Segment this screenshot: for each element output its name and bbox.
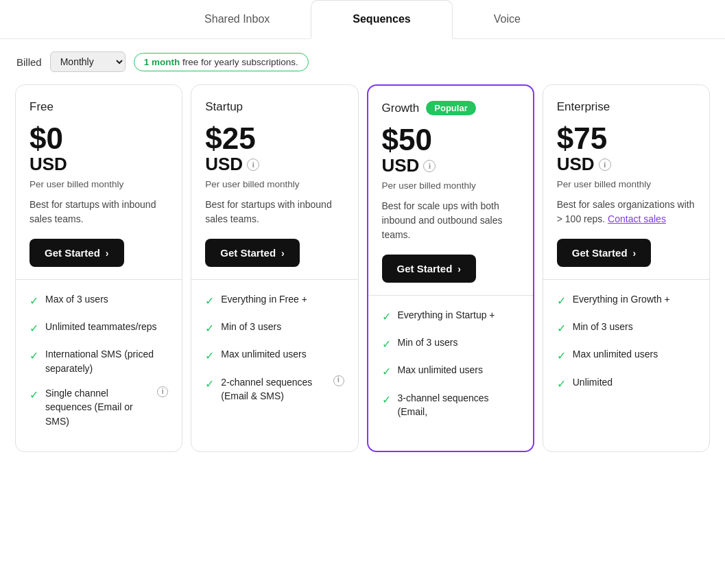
get-started-growth[interactable]: Get Started › [382,255,477,283]
get-started-free[interactable]: Get Started › [29,239,124,267]
yearly-promo-highlight: 1 month [144,57,180,67]
yearly-promo-text: free for yearly subscriptions. [180,57,298,67]
check-icon: ✓ [29,293,38,309]
plan-name-row-startup: Startup [205,100,344,114]
plan-price-unit-growth: USD i [382,155,519,176]
feature-free-2: ✓ Unlimited teammates/reps [29,320,168,336]
plan-price-free: $0 [29,124,168,154]
get-started-startup[interactable]: Get Started › [205,239,300,267]
plan-price-enterprise: $75 [557,124,696,154]
plan-price-unit-enterprise: USD i [557,154,696,175]
feature-growth-3: ✓ Max unlimited users [382,363,519,379]
plan-name-growth: Growth [382,102,420,115]
feature-startup-3: ✓ Max unlimited users [205,347,344,364]
check-icon: ✓ [382,364,391,379]
check-icon: ✓ [557,320,566,336]
check-icon: ✓ [557,376,566,392]
feature-free-1: ✓ Max of 3 users [29,292,168,309]
plan-price-unit-free: USD [29,154,168,175]
get-started-enterprise[interactable]: Get Started › [557,239,652,267]
billing-label: Billed [16,56,42,68]
plan-name-row-free: Free [29,100,168,114]
feature-free-3: ✓ International SMS (priced separately) [29,347,168,375]
feature-startup-1: ✓ Everything in Free + [205,292,344,309]
plan-name-row-enterprise: Enterprise [557,100,696,114]
popular-badge: Popular [426,101,475,115]
plan-card-growth: Growth Popular $50 USD i Per user billed… [367,84,534,452]
plan-description-enterprise: Best for sales organizations with > 100 … [557,198,696,226]
check-icon: ✓ [205,348,214,364]
plan-card-startup: Startup $25 USD i Per user billed monthl… [191,84,358,452]
check-icon: ✓ [205,320,214,336]
plan-billing-period-free: Per user billed monthly [29,179,168,189]
plan-header-growth: Growth Popular $50 USD i Per user billed… [368,86,533,295]
plan-billing-period-startup: Per user billed monthly [205,179,344,189]
plan-name-free: Free [29,100,54,114]
feature-growth-1: ✓ Everything in Startup + [382,308,519,325]
plan-description-growth: Best for scale ups with both inbound and… [382,199,519,242]
feature-startup-4: ✓ 2-channel sequences (Email & SMS) i [205,375,344,403]
billing-period-select[interactable]: Monthly Yearly [50,51,126,72]
feature-growth-4: ✓ 3-channel sequences (Email, [382,391,519,419]
plan-card-free: Free $0 USD Per user billed monthly Best… [15,84,182,452]
check-icon: ✓ [382,309,391,325]
plan-price-startup: $25 [205,124,344,154]
plan-price-growth: $50 [382,125,519,155]
check-icon: ✓ [557,348,566,364]
plan-name-enterprise: Enterprise [557,100,610,114]
plan-card-enterprise: Enterprise $75 USD i Per user billed mon… [543,84,710,452]
feature-enterprise-4: ✓ Unlimited [557,375,696,392]
price-info-icon-growth[interactable]: i [423,160,436,172]
check-icon: ✓ [382,336,391,352]
plan-name-startup: Startup [205,100,243,114]
plan-billing-period-enterprise: Per user billed monthly [557,179,696,189]
top-navigation: Shared Inbox Sequences Voice [0,0,725,39]
plan-features-startup: ✓ Everything in Free + ✓ Min of 3 users … [191,280,357,451]
plan-description-free: Best for startups with inbound sales tea… [29,198,168,226]
plans-grid: Free $0 USD Per user billed monthly Best… [0,84,725,463]
check-icon: ✓ [557,293,566,309]
arrow-icon-free: › [106,248,109,259]
tab-voice[interactable]: Voice [453,1,562,38]
billing-row: Billed Monthly Yearly 1 month free for y… [0,39,725,84]
plan-header-startup: Startup $25 USD i Per user billed monthl… [191,85,357,279]
check-icon: ✓ [205,293,214,309]
check-icon: ✓ [29,348,38,364]
arrow-icon-enterprise: › [633,248,637,259]
feature-growth-2: ✓ Min of 3 users [382,336,519,352]
feature-startup-2: ✓ Min of 3 users [205,320,344,336]
plan-header-free: Free $0 USD Per user billed monthly Best… [16,85,182,279]
contact-sales-link[interactable]: Contact sales [608,213,666,224]
price-info-icon-startup[interactable]: i [247,158,259,171]
arrow-icon-growth: › [457,263,461,274]
feature-enterprise-3: ✓ Max unlimited users [557,347,696,364]
feature-info-icon-startup[interactable]: i [333,375,344,386]
plan-features-growth: ✓ Everything in Startup + ✓ Min of 3 use… [368,296,533,451]
check-icon: ✓ [382,392,391,408]
check-icon: ✓ [29,387,38,403]
feature-free-4: ✓ Single channel sequences (Email or SMS… [29,386,168,428]
plan-price-unit-startup: USD i [205,154,344,175]
tab-sequences[interactable]: Sequences [311,0,452,39]
check-icon: ✓ [29,320,38,336]
feature-enterprise-1: ✓ Everything in Growth + [557,292,696,309]
feature-info-icon[interactable]: i [157,386,168,397]
check-icon: ✓ [205,376,214,392]
plan-features-free: ✓ Max of 3 users ✓ Unlimited teammates/r… [16,280,182,451]
tab-shared-inbox[interactable]: Shared Inbox [163,1,311,38]
feature-enterprise-2: ✓ Min of 3 users [557,320,696,336]
yearly-promo-badge: 1 month free for yearly subscriptions. [134,53,309,71]
plan-header-enterprise: Enterprise $75 USD i Per user billed mon… [543,85,709,279]
plan-features-enterprise: ✓ Everything in Growth + ✓ Min of 3 user… [543,280,709,451]
arrow-icon-startup: › [281,248,285,259]
price-info-icon-enterprise[interactable]: i [599,158,611,171]
plan-name-row-growth: Growth Popular [382,101,519,115]
plan-description-startup: Best for startups with inbound sales tea… [205,198,344,226]
plan-billing-period-growth: Per user billed monthly [382,180,519,191]
